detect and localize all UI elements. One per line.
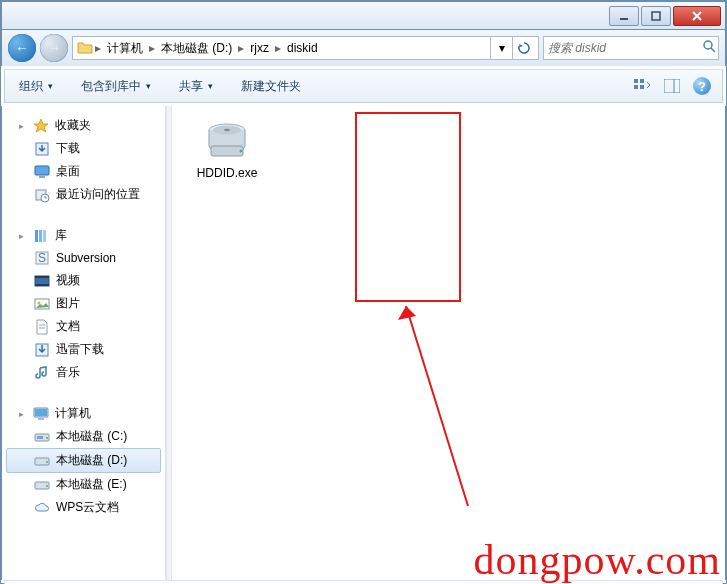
- svg-rect-8: [634, 85, 638, 89]
- pictures-icon: [34, 296, 50, 312]
- drive-icon: [34, 429, 50, 445]
- status-bar: 1 个对象: [4, 580, 723, 584]
- tree-item-recent[interactable]: 最近访问的位置: [6, 183, 161, 206]
- tree-label: 库: [55, 227, 67, 244]
- history-dropdown[interactable]: ▾: [490, 37, 512, 59]
- svg-rect-7: [640, 79, 644, 83]
- forward-button[interactable]: →: [40, 34, 68, 62]
- recent-icon: [34, 187, 50, 203]
- desktop-icon: [34, 164, 50, 180]
- svg-rect-23: [35, 276, 49, 278]
- breadcrumb-item[interactable]: diskid: [283, 41, 322, 55]
- tree-item-drive-c[interactable]: 本地磁盘 (C:): [6, 425, 161, 448]
- svn-icon: S: [34, 250, 50, 266]
- tree-item-documents[interactable]: 文档: [6, 315, 161, 338]
- breadcrumb-item[interactable]: 本地磁盘 (D:): [157, 40, 236, 57]
- new-folder-button[interactable]: 新建文件夹: [235, 74, 307, 99]
- search-input[interactable]: [543, 36, 719, 60]
- tree-item-drive-e[interactable]: 本地磁盘 (E:): [6, 473, 161, 496]
- include-library-menu[interactable]: 包含到库中: [75, 74, 157, 99]
- cloud-icon: [34, 500, 50, 516]
- help-button[interactable]: ?: [690, 75, 714, 97]
- tree-item-pictures[interactable]: 图片: [6, 292, 161, 315]
- tree-label: 视频: [56, 272, 80, 289]
- svg-point-44: [240, 150, 243, 153]
- minimize-button[interactable]: [609, 6, 639, 26]
- file-list[interactable]: HDDID.exe: [172, 106, 725, 580]
- svg-rect-13: [35, 166, 49, 175]
- chevron-right-icon: ▸: [93, 41, 103, 55]
- svg-line-5: [711, 48, 715, 52]
- command-toolbar: 组织 包含到库中 共享 新建文件夹 ?: [4, 69, 723, 103]
- svg-rect-17: [35, 230, 38, 242]
- tree-label: 下载: [56, 140, 80, 157]
- file-item[interactable]: HDDID.exe: [182, 116, 272, 186]
- breadcrumb-item[interactable]: 计算机: [103, 40, 147, 57]
- tree-item-videos[interactable]: 视频: [6, 269, 161, 292]
- svg-rect-43: [211, 146, 243, 156]
- tree-label: WPS云文档: [56, 499, 119, 516]
- svg-rect-9: [640, 85, 644, 89]
- preview-pane-button[interactable]: [660, 75, 684, 97]
- collapse-icon: ▸: [16, 230, 27, 241]
- annotation-arrow: [388, 296, 478, 516]
- tree-computer[interactable]: ▸ 计算机: [6, 402, 161, 425]
- drive-icon: [34, 453, 50, 469]
- tree-label: 本地磁盘 (E:): [56, 476, 127, 493]
- tree-item-subversion[interactable]: SSubversion: [6, 247, 161, 269]
- tree-item-downloads[interactable]: 下载: [6, 137, 161, 160]
- svg-marker-46: [398, 306, 416, 320]
- navigation-tree: ▸ 收藏夹 下载 桌面 最近访问的位置 ▸ 库 SSubversion 视频 图…: [2, 106, 166, 580]
- nav-bar: ← → ▸ 计算机 ▸ 本地磁盘 (D:) ▸ rjxz ▸ diskid ▾: [1, 30, 726, 66]
- chevron-right-icon: ▸: [147, 41, 157, 55]
- tree-favorites[interactable]: ▸ 收藏夹: [6, 114, 161, 137]
- tree-label: 图片: [56, 295, 80, 312]
- tree-label: 桌面: [56, 163, 80, 180]
- maximize-button[interactable]: [641, 6, 671, 26]
- tree-item-xunlei[interactable]: 迅雷下载: [6, 338, 161, 361]
- tree-item-desktop[interactable]: 桌面: [6, 160, 161, 183]
- drive-icon: [34, 477, 50, 493]
- tree-label: 本地磁盘 (C:): [56, 428, 127, 445]
- computer-icon: [33, 406, 49, 422]
- svg-text:S: S: [38, 251, 46, 265]
- title-bar: [1, 1, 726, 30]
- svg-rect-10: [664, 79, 680, 93]
- svg-rect-31: [35, 409, 47, 416]
- tree-label: 收藏夹: [55, 117, 91, 134]
- search-icon: [703, 40, 716, 56]
- tree-label: 本地磁盘 (D:): [56, 452, 127, 469]
- close-button[interactable]: [673, 6, 721, 26]
- svg-rect-1: [652, 12, 660, 20]
- back-button[interactable]: ←: [8, 34, 36, 62]
- organize-menu[interactable]: 组织: [13, 74, 59, 99]
- help-icon: ?: [693, 77, 711, 95]
- view-options-button[interactable]: [630, 75, 654, 97]
- chevron-right-icon: ▸: [236, 41, 246, 55]
- collapse-icon: ▸: [16, 120, 27, 131]
- svg-point-42: [224, 129, 230, 131]
- hdd-exe-icon: [203, 120, 251, 160]
- video-icon: [34, 273, 50, 289]
- svg-rect-24: [35, 284, 49, 286]
- svg-point-37: [46, 461, 48, 463]
- tree-libraries[interactable]: ▸ 库: [6, 224, 161, 247]
- svg-rect-19: [43, 230, 46, 242]
- search-field[interactable]: [548, 41, 699, 55]
- svg-rect-14: [39, 176, 45, 178]
- share-menu[interactable]: 共享: [173, 74, 219, 99]
- breadcrumb-item[interactable]: rjxz: [246, 41, 273, 55]
- svg-point-35: [46, 437, 48, 439]
- music-icon: [34, 365, 50, 381]
- svg-point-39: [46, 485, 48, 487]
- tree-label: 计算机: [55, 405, 91, 422]
- tree-item-music[interactable]: 音乐: [6, 361, 161, 384]
- svg-rect-34: [37, 436, 43, 439]
- collapse-icon: ▸: [16, 408, 27, 419]
- tree-item-drive-d[interactable]: 本地磁盘 (D:): [6, 448, 161, 473]
- tree-label: 最近访问的位置: [56, 186, 140, 203]
- svg-rect-32: [38, 418, 44, 420]
- refresh-button[interactable]: [512, 37, 534, 59]
- tree-label: 迅雷下载: [56, 341, 104, 358]
- tree-item-wps-cloud[interactable]: WPS云文档: [6, 496, 161, 519]
